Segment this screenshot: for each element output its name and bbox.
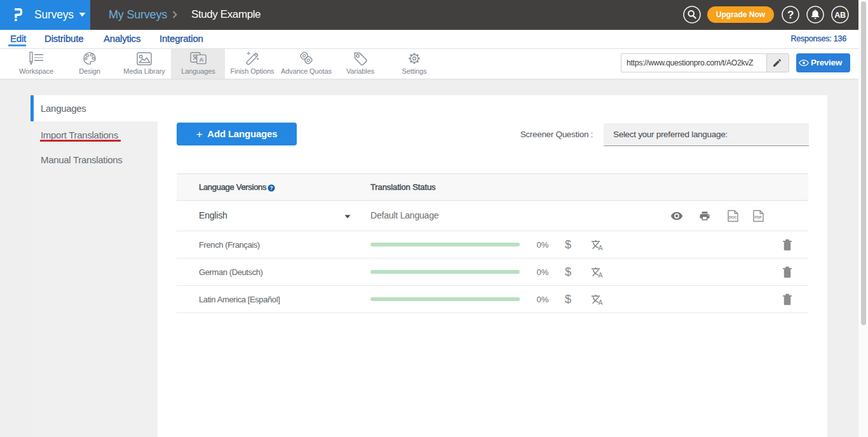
svg-text:?: ?	[787, 9, 794, 21]
svg-text:DOC: DOC	[729, 215, 738, 219]
svg-text:PDF: PDF	[755, 215, 763, 219]
svg-text:?: ?	[270, 185, 273, 191]
svg-text:A: A	[199, 56, 203, 63]
svg-text:AB: AB	[834, 11, 846, 20]
svg-text:Surveys: Surveys	[34, 8, 74, 21]
